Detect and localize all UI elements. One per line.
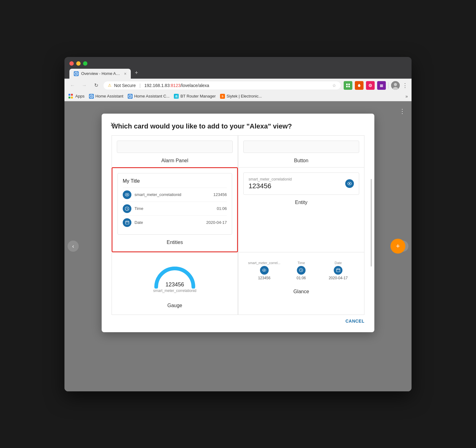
scroll-indicator <box>371 179 372 266</box>
entity-name-3: Date <box>134 220 206 225</box>
bt-favicon: B <box>174 94 179 99</box>
svg-rect-7 <box>380 85 383 85</box>
toolbar-icons: ⋮ <box>344 81 408 90</box>
bookmarks-bar: Apps Home Assistant Home Assistant C... … <box>64 92 412 101</box>
entity-name-1: smart_meter_correlationid <box>134 192 214 197</box>
new-tab-button[interactable]: + <box>132 69 141 77</box>
entities-card[interactable]: My Title smart_meter_correlationid 12345… <box>112 167 238 252</box>
button-card[interactable]: Button <box>238 135 364 167</box>
svg-rect-16 <box>71 97 73 98</box>
maximize-dot[interactable] <box>83 61 87 66</box>
ha2-favicon <box>128 94 133 99</box>
glance-card[interactable]: smart_meter_correl... 123456 Time 01:0 <box>238 252 364 315</box>
close-dot[interactable] <box>69 61 74 66</box>
minimize-dot[interactable] <box>76 61 81 66</box>
window-controls <box>69 61 407 66</box>
svg-rect-1 <box>346 84 348 85</box>
svg-rect-22 <box>126 221 129 224</box>
refresh-button[interactable]: ↻ <box>92 81 100 90</box>
toolbar-divider <box>388 82 389 89</box>
bookmark-apps[interactable]: Apps <box>68 94 85 99</box>
button-card-preview <box>243 141 359 153</box>
glance-item-1: smart_meter_correl... 123456 <box>247 261 281 280</box>
glance-item-label-2: Time <box>298 261 305 265</box>
si-label: Siytek | Electronic... <box>227 94 262 98</box>
forward-button[interactable]: → <box>80 81 89 90</box>
svg-rect-9 <box>380 86 383 87</box>
address-text: 192.168.1.83:8123/lovelace/alexa <box>144 83 209 88</box>
modal-header: Which card would you like to add to your… <box>102 114 374 135</box>
entity-value-3: 2020-04-17 <box>206 220 227 225</box>
entity-card-preview: smart_meter_correlationid 123456 <box>243 172 359 195</box>
modal-close-button[interactable]: ✕ <box>108 120 117 129</box>
entities-preview-title: My Title <box>123 178 227 184</box>
slide-left-button[interactable]: ‹ <box>68 241 79 252</box>
entity-card-label: Entity <box>243 197 359 207</box>
alarm-panel-preview <box>117 141 233 153</box>
bookmark-more-button[interactable]: » <box>405 94 408 99</box>
svg-point-29 <box>264 270 265 271</box>
more-menu-button[interactable]: ⋮ <box>402 82 408 89</box>
svg-rect-15 <box>68 97 70 98</box>
button-card-label: Button <box>243 155 359 165</box>
entity-name-2: Time <box>134 206 217 211</box>
gauge-card[interactable]: 123456 smart_meter_correlationid Gauge <box>112 252 238 315</box>
entity-card-label-text: smart_meter_correlationid <box>249 177 292 181</box>
ext-icon-2[interactable] <box>355 81 364 90</box>
svg-rect-4 <box>348 86 350 87</box>
cancel-button[interactable]: CANCEL <box>346 319 364 324</box>
si-favicon: S <box>220 94 225 99</box>
ext-icon-3[interactable] <box>366 81 375 90</box>
svg-point-20 <box>126 194 128 195</box>
glance-preview: smart_meter_correl... 123456 Time 01:0 <box>243 257 359 284</box>
gauge-label: smart_meter_correlationid <box>153 289 196 293</box>
toolbar: ← → ↻ ⚠ Not Secure | 192.168.1.83:8123/l… <box>64 79 412 92</box>
card-picker-modal: ✕ Which card would you like to add to yo… <box>102 114 374 332</box>
entity-value-2: 01:06 <box>217 206 227 211</box>
gauge-card-label: Gauge <box>117 300 233 310</box>
svg-point-26 <box>349 183 350 184</box>
gauge-preview: 123456 smart_meter_correlationid <box>117 257 233 298</box>
tab-favicon <box>74 71 79 76</box>
avatar[interactable] <box>391 81 400 90</box>
security-icon: ⚠ <box>108 83 112 88</box>
active-tab[interactable]: Overview - Home Assistant × <box>69 69 131 79</box>
back-button[interactable]: ← <box>68 81 77 90</box>
star-icon[interactable]: ☆ <box>332 83 336 88</box>
glance-card-label: Glance <box>243 286 359 296</box>
overflow-menu-button[interactable]: ⋮ <box>399 107 405 115</box>
entity-row-2: Time 01:06 <box>123 202 227 215</box>
glance-item-label-1: smart_meter_correl... <box>248 261 280 265</box>
glance-item-value-3: 2020-04-17 <box>329 276 348 280</box>
address-bar[interactable]: ⚠ Not Secure | 192.168.1.83:8123/lovelac… <box>104 81 341 89</box>
bookmark-ha[interactable]: Home Assistant <box>89 94 123 99</box>
alarm-panel-card[interactable]: Alarm Panel <box>112 135 238 167</box>
glance-item-value-2: 01:06 <box>297 276 306 280</box>
entity-icon-eye <box>123 190 131 199</box>
glance-icon-eye <box>260 266 269 275</box>
glance-item-value-1: 123456 <box>258 276 271 280</box>
svg-rect-2 <box>348 84 350 85</box>
entity-card[interactable]: smart_meter_correlationid 123456 Entity <box>238 167 364 252</box>
glance-icon-clock <box>297 266 306 275</box>
svg-rect-14 <box>71 94 73 96</box>
glance-icon-calendar <box>334 266 342 275</box>
add-card-fab[interactable]: + <box>390 239 405 254</box>
tab-close-button[interactable]: × <box>124 71 126 76</box>
entity-card-value: 123456 <box>249 182 292 190</box>
gauge-svg: 123456 <box>152 262 198 289</box>
cards-grid: Alarm Panel Button My Title <box>102 135 374 315</box>
bookmark-bt[interactable]: B BT Router Manager <box>174 94 216 99</box>
ext-icon-4[interactable] <box>377 81 386 90</box>
svg-point-11 <box>394 83 397 86</box>
bookmark-si[interactable]: S Siytek | Electronic... <box>220 94 262 99</box>
tabs-row: Overview - Home Assistant × + <box>69 69 407 79</box>
bookmark-ha2[interactable]: Home Assistant C... <box>128 94 170 99</box>
ha-favicon <box>89 94 94 99</box>
ext-icon-1[interactable] <box>344 81 352 90</box>
glance-item-label-3: Date <box>335 261 342 265</box>
title-bar: Overview - Home Assistant × + <box>64 57 412 79</box>
entity-icon-clock <box>123 204 131 213</box>
svg-rect-8 <box>380 85 383 86</box>
bt-label: BT Router Manager <box>180 94 216 98</box>
